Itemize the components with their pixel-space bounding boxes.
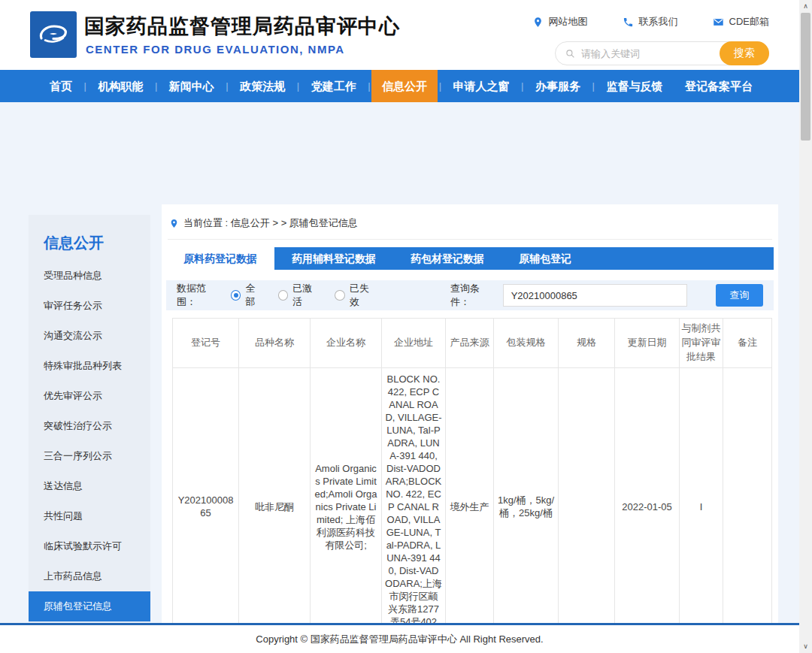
sidebar-item-communication[interactable]: 沟通交流公示: [29, 321, 150, 351]
cell-company: Amoli Organics Private Limited;Amoli Org…: [311, 367, 382, 645]
radio-all-icon[interactable]: [231, 290, 241, 301]
cde-logo: [30, 11, 77, 58]
radio-expired[interactable]: 已失效: [335, 282, 378, 309]
nav-item-policy[interactable]: 政策法规: [229, 70, 295, 102]
col-remark: 备注: [723, 319, 772, 368]
table-header-row: 登记号 品种名称 企业名称 企业地址 产品来源 包装规格 规格 更新日期 与制剂…: [173, 319, 772, 368]
sidebar-item-delivery-info[interactable]: 送达信息: [29, 471, 150, 501]
scroll-up-icon[interactable]: ∧: [799, 0, 812, 13]
query-input[interactable]: [503, 284, 688, 307]
nav-item-registration-platform[interactable]: 登记备案平台: [674, 70, 763, 102]
sidebar-item-three-in-one[interactable]: 三合一序列公示: [29, 441, 150, 471]
mail-label: CDE邮箱: [729, 15, 769, 29]
scope-label: 数据范围：: [177, 282, 225, 309]
search-icon: [565, 48, 575, 59]
page-body: 信息公开 受理品种信息 审评任务公示 沟通交流公示 特殊审批品种列表 优先审评公…: [0, 102, 799, 623]
sidebar-item-review-tasks[interactable]: 审评任务公示: [29, 291, 150, 321]
cell-spec: [559, 367, 615, 645]
radio-all-label: 全部: [245, 282, 264, 309]
col-joint-review: 与制剂共同审评审批结果: [680, 319, 723, 368]
radio-activated[interactable]: 已激活: [278, 282, 322, 309]
sidebar-item-common-issues[interactable]: 共性问题: [29, 501, 150, 531]
sidebar-item-clinical-trial[interactable]: 临床试验默示许可: [29, 531, 150, 561]
footer: Copyright © 国家药品监督管理局药品审评中心 All Right Re…: [0, 625, 799, 653]
radio-activated-icon[interactable]: [278, 290, 289, 301]
quick-links: 网站地图 联系我们 CDE邮箱: [532, 15, 769, 29]
contact-label: 联系我们: [639, 15, 678, 29]
nav-item-applicant[interactable]: 申请人之窗: [443, 70, 520, 102]
nav-separator: |: [226, 80, 228, 92]
site-search: 搜索: [555, 41, 769, 65]
nav-item-home[interactable]: 首页: [39, 70, 83, 102]
radio-all[interactable]: 全部: [231, 282, 265, 309]
location-pin-icon: [532, 17, 544, 28]
cell-remark: [723, 367, 772, 645]
filter-bar: 数据范围： 全部 已激活 已失效 查询条件：: [166, 280, 774, 310]
cell-update-date: 2022-01-05: [615, 367, 680, 645]
col-update-date: 更新日期: [615, 319, 680, 368]
nav-item-services[interactable]: 办事服务: [525, 70, 591, 102]
cell-reg-no: Y20210000865: [173, 367, 239, 645]
col-source: 产品来源: [446, 319, 494, 368]
scroll-down-icon[interactable]: ∨: [799, 640, 812, 653]
sidebar-item-accepted-varieties[interactable]: 受理品种信息: [29, 261, 150, 291]
sidebar: 信息公开 受理品种信息 审评任务公示 沟通交流公示 特殊审批品种列表 优先审评公…: [29, 215, 150, 653]
col-product-name: 品种名称: [239, 319, 311, 368]
sitemap-label: 网站地图: [549, 15, 588, 29]
nav-item-functions[interactable]: 机构职能: [87, 70, 153, 102]
tab-packaging-registration[interactable]: 药包材登记数据: [393, 247, 501, 270]
col-reg-no: 登记号: [173, 319, 239, 368]
sidebar-title: 信息公开: [29, 215, 150, 261]
cell-address: BLOCK NO. 422, ECP CANAL ROAD, VILLAGE-L…: [382, 367, 446, 645]
col-spec: 规格: [559, 319, 615, 368]
cell-source: 境外生产: [446, 367, 494, 645]
site-title: 国家药品监督管理局药品审评中心: [84, 13, 400, 40]
nav-item-info-disclosure[interactable]: 信息公开: [371, 70, 438, 102]
vertical-scrollbar[interactable]: ∧ ∨: [799, 0, 812, 653]
scope-radio-group: 全部 已激活 已失效: [231, 282, 378, 309]
main-content: 当前位置 : 信息公开 > > 原辅包登记信息 原料药登记数据 药用辅料登记数据…: [162, 204, 778, 653]
tab-excipient-registration[interactable]: 药用辅料登记数据: [274, 247, 393, 270]
envelope-icon: [713, 17, 724, 28]
cell-joint-review: I: [680, 367, 723, 645]
radio-expired-label: 已失效: [350, 282, 378, 309]
nav-item-party[interactable]: 党建工作: [301, 70, 367, 102]
scrollbar-thumb[interactable]: [801, 13, 810, 141]
col-company: 企业名称: [311, 319, 382, 368]
cell-product-name: 吡非尼酮: [239, 367, 311, 645]
nav-separator: |: [368, 80, 370, 92]
search-button[interactable]: 搜索: [720, 41, 769, 65]
tab-bar: 原料药登记数据 药用辅料登记数据 药包材登记数据 原辅包登记: [166, 247, 774, 270]
phone-icon: [623, 17, 634, 28]
radio-activated-label: 已激活: [292, 282, 321, 309]
breadcrumb-text: 当前位置 : 信息公开 > > 原辅包登记信息: [183, 216, 358, 230]
copyright-text: Copyright © 国家药品监督管理局药品审评中心 All Right Re…: [256, 633, 543, 646]
results-table: 登记号 品种名称 企业名称 企业地址 产品来源 包装规格 规格 更新日期 与制剂…: [172, 318, 772, 646]
search-input[interactable]: [575, 48, 720, 59]
breadcrumb: 当前位置 : 信息公开 > > 原辅包登记信息: [168, 204, 772, 240]
col-packaging: 包装规格: [494, 319, 559, 368]
sidebar-item-marketed-drugs[interactable]: 上市药品信息: [29, 561, 150, 591]
site-subtitle: CENTER FOR DRUG EVALUATION, NMPA: [86, 43, 345, 56]
sidebar-item-priority-review[interactable]: 优先审评公示: [29, 381, 150, 411]
nav-separator: |: [592, 80, 594, 92]
table-row: Y20210000865 吡非尼酮 Amoli Organics Private…: [173, 367, 772, 645]
nav-item-news[interactable]: 新闻中心: [159, 70, 225, 102]
sidebar-item-raw-excipient-packaging[interactable]: 原辅包登记信息: [29, 591, 150, 621]
cell-packaging: 1kg/桶，5kg/桶，25kg/桶: [494, 367, 559, 645]
nav-item-supervision[interactable]: 监督与反馈: [595, 70, 673, 102]
sidebar-item-special-approval[interactable]: 特殊审批品种列表: [29, 351, 150, 381]
page: ∧ ∨ 国家药品监督管理局药品审评中心 CENTER FOR DRUG EVAL…: [0, 0, 812, 653]
query-button[interactable]: 查询: [716, 284, 763, 307]
query-label: 查询条件：: [450, 282, 498, 309]
sitemap-link[interactable]: 网站地图: [532, 15, 588, 29]
tab-raw-excipient-packaging[interactable]: 原辅包登记: [501, 247, 589, 270]
contact-link[interactable]: 联系我们: [623, 15, 678, 29]
tab-api-registration[interactable]: 原料药登记数据: [166, 247, 274, 270]
main-nav: 首页| 机构职能| 新闻中心| 政策法规| 党建工作| 信息公开| 申请人之窗|…: [0, 70, 799, 102]
nav-separator: |: [521, 80, 523, 92]
radio-expired-icon[interactable]: [335, 290, 345, 301]
nav-separator: |: [84, 80, 86, 92]
mail-link[interactable]: CDE邮箱: [713, 15, 769, 29]
sidebar-item-breakthrough-therapy[interactable]: 突破性治疗公示: [29, 411, 150, 441]
